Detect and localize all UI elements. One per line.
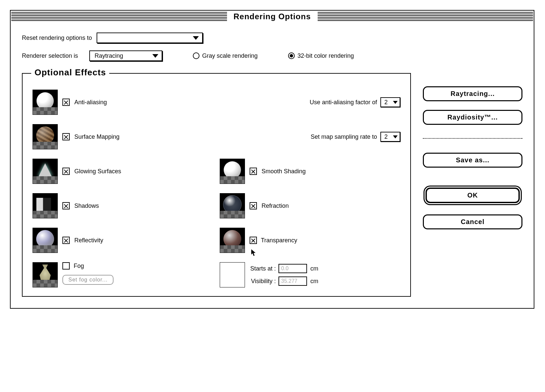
renderer-dropdown[interactable]: Raytracing [89,50,162,61]
titlebar-stripes-left [11,12,227,21]
transparency-checkbox[interactable] [250,237,257,244]
effect-fog: Fog Set fog color... [33,262,213,287]
map-sampling-value: 2 [384,133,388,140]
prism-icon [33,159,58,184]
renderer-dropdown-value: Raytracing [95,52,123,59]
chevron-down-icon [393,101,398,104]
window-title: Rendering Options [228,12,317,21]
reset-dropdown[interactable] [97,33,203,43]
fog-starts-row: Starts at : cm [250,264,318,273]
chevron-down-icon [193,36,199,40]
raydiosity-button[interactable]: Raydiosity™... [423,110,522,125]
smooth-shading-checkbox[interactable] [250,168,257,175]
cancel-button[interactable]: Cancel [423,214,522,229]
chevron-down-icon [152,54,158,58]
effect-shadows: Shadows [33,193,213,218]
cube-shadow-icon [33,193,58,218]
optional-effects-group: Optional Effects Anti-aliasing Use anti-… [22,73,411,297]
color-radio-label: 32-bit color rendering [297,52,354,59]
glass-sphere-icon [220,193,245,218]
fog-visibility-row: Visibility : cm [250,276,318,286]
transparent-sphere-icon [220,228,245,253]
reset-row: Reset rendering options to [22,33,522,43]
map-sampling-row: Set map sampling rate to 2 [220,124,400,149]
gray-scale-radio[interactable]: Gray scale rendering [193,52,258,59]
antialiasing-label: Anti-aliasing [74,99,107,106]
refraction-checkbox[interactable] [250,202,257,209]
map-sampling-dropdown[interactable]: 2 [380,132,400,142]
vase-fog-icon [33,262,58,287]
effect-glowing-surfaces: Glowing Surfaces [33,159,213,184]
separator [423,138,522,139]
fog-visibility-unit: cm [310,278,318,285]
fog-starts-input[interactable] [278,264,307,273]
surface-mapping-checkbox[interactable] [62,133,70,140]
raytracing-button[interactable]: Raytracing... [423,86,522,101]
glowing-surfaces-label: Glowing Surfaces [74,168,121,175]
smooth-shading-label: Smooth Shading [262,168,306,175]
title-bar: Rendering Options [11,11,534,23]
fog-visibility-label: Visibility : [251,278,276,285]
sphere-icon [220,159,245,184]
save-as-button[interactable]: Save as... [423,153,522,168]
effect-antialiasing: Anti-aliasing [33,90,213,115]
gray-scale-radio-label: Gray scale rendering [202,52,258,59]
set-fog-color-button[interactable]: Set fog color... [62,275,114,285]
fog-color-swatch [220,262,245,287]
aa-factor-dropdown[interactable]: 2 [380,97,400,107]
reset-label: Reset rendering options to [22,35,92,41]
group-legend: Optional Effects [31,67,109,78]
ok-button[interactable]: OK [426,188,520,203]
reflectivity-label: Reflectivity [74,237,103,244]
mirror-sphere-icon [33,228,58,253]
effect-surface-mapping: Surface Mapping [33,124,213,149]
chevron-down-icon [393,135,398,138]
effect-smooth-shading: Smooth Shading [220,159,400,184]
renderer-row: Renderer selection is Raytracing Gray sc… [22,50,522,61]
sphere-icon [33,90,58,115]
rendering-options-window: Rendering Options Reset rendering option… [10,10,534,309]
aa-factor-value: 2 [384,99,388,106]
refraction-label: Refraction [262,202,289,209]
fog-label: Fog [74,263,84,270]
renderer-label: Renderer selection is [22,52,78,59]
color-radio[interactable]: 32-bit color rendering [288,52,354,59]
radio-icon [288,52,295,59]
glowing-surfaces-checkbox[interactable] [62,168,70,175]
titlebar-stripes-right [318,12,533,21]
shadows-checkbox[interactable] [62,202,70,209]
effect-reflectivity: Reflectivity [33,228,213,253]
antialiasing-checkbox[interactable] [62,99,70,106]
reflectivity-checkbox[interactable] [62,237,70,244]
fog-visibility-input[interactable] [278,276,307,286]
effect-refraction: Refraction [220,193,400,218]
effect-transparency: Transparency [220,228,400,253]
shadows-label: Shadows [74,202,99,209]
transparency-label: Transparency [261,237,297,244]
map-sampling-label: Set map sampling rate to [311,133,377,140]
fog-starts-unit: cm [310,265,318,272]
sidebar: Raytracing... Raydiosity™... Save as... … [423,86,522,229]
radio-icon [193,52,199,59]
fog-starts-label: Starts at : [250,265,276,272]
surface-mapping-label: Surface Mapping [74,133,119,140]
textured-sphere-icon [33,124,58,149]
aa-factor-label: Use anti-aliasing factor of [310,99,377,106]
antialiasing-factor-row: Use anti-aliasing factor of 2 [220,90,400,115]
fog-checkbox[interactable] [62,262,70,270]
